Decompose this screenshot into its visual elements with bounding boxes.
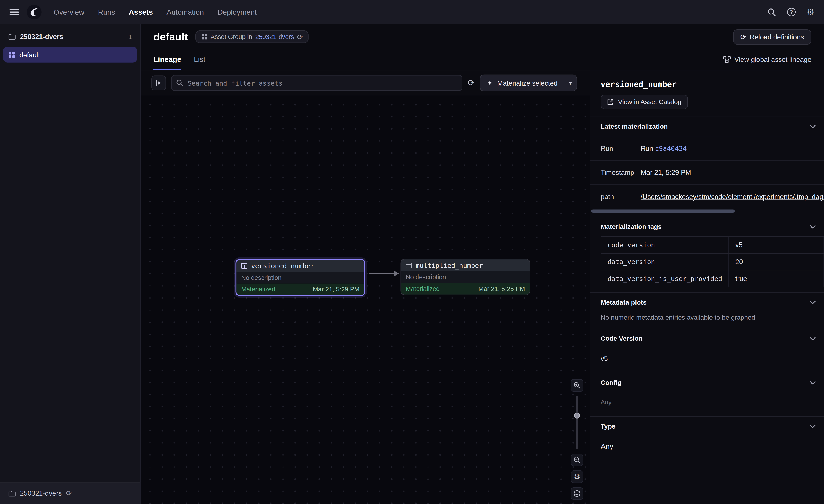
chevron-down-icon[interactable] — [810, 424, 816, 428]
page-title: default — [153, 31, 188, 43]
reload-definitions-button[interactable]: ⟳ Reload definitions — [733, 29, 811, 44]
badge-group-link[interactable]: 250321-dvers — [255, 33, 294, 40]
asset-name: versioned_number — [251, 262, 314, 270]
asset-details-panel: versioned_number View in Asset Catalog L… — [590, 70, 824, 504]
folder-icon — [8, 33, 16, 39]
table-icon — [241, 263, 247, 269]
timestamp-label: Timestamp — [590, 168, 641, 176]
view-tabs: Lineage List View global asset lineage — [141, 49, 824, 70]
metadata-plots-empty-text: No numeric metadata entries available to… — [590, 312, 824, 329]
lineage-graph-canvas[interactable]: versioned_number No description Material… — [141, 96, 590, 504]
section-materialization-tags[interactable]: Materialization tags — [590, 217, 824, 236]
section-heading: Metadata plots — [601, 299, 646, 306]
help-icon[interactable]: ? — [787, 7, 796, 17]
gear-icon[interactable]: ⚙ — [807, 8, 815, 16]
reload-icon: ⟳ — [740, 33, 746, 40]
path-link[interactable]: /Users/smackesey/stm/code/elementl/exper… — [641, 193, 824, 201]
tab-lineage[interactable]: Lineage — [153, 49, 181, 70]
nav-assets[interactable]: Assets — [129, 8, 153, 16]
chevron-down-icon[interactable] — [810, 225, 816, 229]
top-nav-bar: Overview Runs Assets Automation Deployme… — [0, 0, 824, 24]
tag-row: data_version 20 — [601, 253, 824, 270]
zoom-slider-knob[interactable] — [574, 413, 580, 418]
config-value: Any — [590, 392, 824, 416]
run-id-link[interactable]: c9a40434 — [655, 144, 687, 152]
asset-search-input[interactable] — [171, 75, 462, 91]
path-row: path /Users/smackesey/stm/code/elementl/… — [590, 184, 824, 209]
feedback-button[interactable] — [571, 487, 583, 500]
zoom-out-button[interactable] — [571, 454, 583, 466]
view-global-lineage-link[interactable]: View global asset lineage — [723, 49, 811, 70]
chevron-down-icon[interactable] — [810, 301, 816, 304]
tag-value: v5 — [729, 236, 824, 253]
nav-overview[interactable]: Overview — [54, 8, 84, 16]
section-heading: Latest materialization — [601, 123, 668, 130]
zoom-slider[interactable] — [573, 396, 581, 450]
sidebar-group-count: 1 — [128, 33, 132, 40]
folder-icon — [8, 490, 16, 496]
sync-icon[interactable]: ⟳ — [66, 490, 72, 497]
graph-settings-button[interactable]: ⚙ — [571, 471, 583, 483]
section-heading: Config — [601, 379, 621, 387]
sidebar-footer[interactable]: 250321-dvers ⟳ — [0, 482, 140, 504]
type-value: Any — [590, 436, 824, 461]
horizontal-scrollbar[interactable] — [591, 209, 823, 213]
code-version-value: v5 — [590, 348, 824, 373]
materialization-tags-table: code_version v5 data_version 20 data_ver… — [601, 236, 824, 287]
nav-runs[interactable]: Runs — [98, 8, 115, 16]
asset-group-badge[interactable]: Asset Group in 250321-dvers ⟳ — [195, 30, 309, 43]
chevron-down-icon[interactable] — [810, 381, 816, 385]
asset-group-icon — [8, 51, 15, 58]
zoom-in-button[interactable] — [571, 379, 583, 392]
run-value: Run c9a40434 — [641, 144, 824, 152]
materialize-selected-button[interactable]: Materialize selected ▾ — [480, 75, 577, 92]
sync-icon[interactable]: ⟳ — [297, 33, 303, 40]
run-prefix: Run — [641, 144, 655, 152]
search-icon — [176, 80, 183, 87]
lineage-canvas-column: ⟳ Materialize selected ▾ — [141, 70, 590, 504]
svg-text:?: ? — [790, 9, 793, 15]
refresh-graph-button[interactable]: ⟳ — [468, 79, 475, 87]
tag-value: 20 — [729, 253, 824, 270]
timestamp-row: Timestamp Mar 21, 5:29 PM — [590, 160, 824, 184]
asset-group-icon — [201, 33, 207, 40]
materialized-timestamp: Mar 21, 5:25 PM — [479, 285, 525, 292]
run-label: Run — [590, 144, 641, 152]
topbar-actions: ? ⚙ — [767, 7, 815, 17]
dagster-logo-icon[interactable] — [26, 4, 42, 20]
search-icon[interactable] — [767, 8, 776, 16]
section-type[interactable]: Type — [590, 416, 824, 436]
graph-zoom-controls: ⚙ — [571, 379, 583, 500]
badge-prefix: Asset Group in — [210, 33, 252, 40]
scrollbar-thumb[interactable] — [591, 209, 735, 213]
asset-node-versioned-number[interactable]: versioned_number No description Material… — [235, 259, 365, 296]
tag-key: code_version — [601, 236, 729, 253]
asset-search — [171, 75, 462, 91]
app-root: Overview Runs Assets Automation Deployme… — [0, 0, 824, 504]
timestamp-value: Mar 21, 5:29 PM — [641, 168, 824, 176]
tab-list[interactable]: List — [194, 49, 205, 70]
materialize-main[interactable]: Materialize selected — [481, 75, 564, 91]
menu-icon[interactable] — [9, 9, 19, 15]
sidebar-group-row[interactable]: 250321-dvers 1 — [0, 24, 140, 47]
toggle-panel-button[interactable] — [151, 76, 166, 91]
section-latest-materialization[interactable]: Latest materialization — [590, 117, 824, 136]
asset-description: No description — [236, 272, 364, 283]
section-config[interactable]: Config — [590, 373, 824, 392]
sidebar-item-default[interactable]: default — [3, 47, 137, 62]
nav-automation[interactable]: Automation — [167, 8, 204, 16]
main-content: default Asset Group in 250321-dvers ⟳ ⟳ … — [141, 24, 824, 504]
asset-node-multiplied-number[interactable]: multiplied_number No description Materia… — [401, 259, 530, 295]
nav-deployment[interactable]: Deployment — [217, 8, 256, 16]
tag-value: true — [729, 270, 824, 287]
chevron-down-icon[interactable] — [810, 337, 816, 341]
lineage-graph-icon — [723, 56, 731, 63]
section-metadata-plots[interactable]: Metadata plots — [590, 292, 824, 312]
materialize-sparkle-icon — [487, 80, 493, 86]
section-code-version[interactable]: Code Version — [590, 329, 824, 348]
table-icon — [406, 263, 412, 268]
view-in-asset-catalog-button[interactable]: View in Asset Catalog — [601, 95, 688, 109]
section-heading: Code Version — [601, 335, 642, 343]
materialize-dropdown-caret[interactable]: ▾ — [564, 75, 576, 91]
chevron-down-icon[interactable] — [810, 125, 816, 128]
